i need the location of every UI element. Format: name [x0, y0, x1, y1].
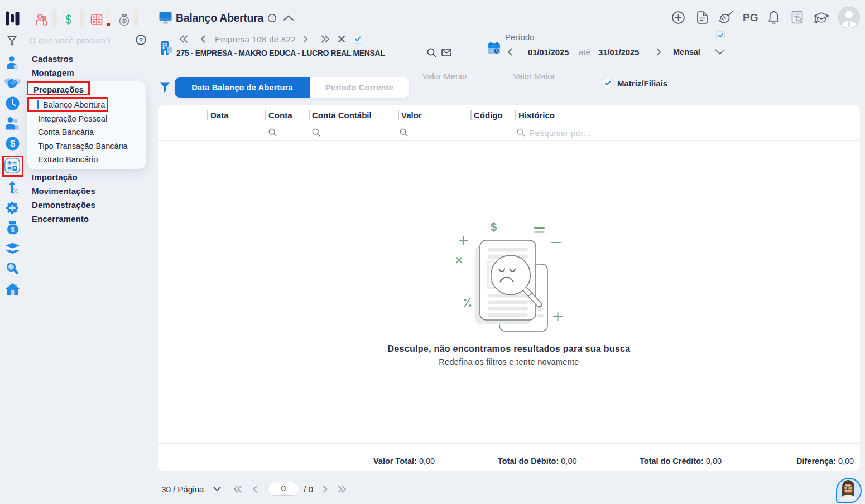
svg-text:$: $: [491, 221, 497, 233]
svg-text:$: $: [11, 226, 14, 233]
svg-text:?: ?: [139, 37, 143, 43]
svg-text:i: i: [272, 16, 273, 21]
svg-text:$: $: [10, 138, 15, 148]
